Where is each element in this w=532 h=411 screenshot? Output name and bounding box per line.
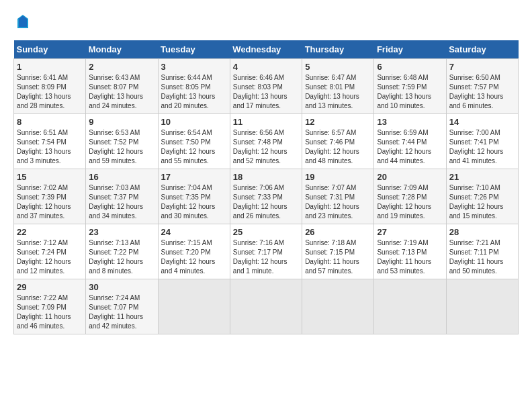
- calendar-day-cell: 14Sunrise: 7:00 AM Sunset: 7:41 PM Dayli…: [446, 113, 518, 169]
- calendar-day-cell: 30Sunrise: 7:24 AM Sunset: 7:07 PM Dayli…: [86, 279, 158, 334]
- col-monday: Monday: [86, 40, 158, 59]
- calendar-day-cell: 4Sunrise: 6:46 AM Sunset: 8:03 PM Daylig…: [230, 58, 302, 113]
- day-info: Sunrise: 6:43 AM Sunset: 8:07 PM Dayligh…: [89, 73, 154, 111]
- day-number: 28: [449, 227, 515, 237]
- day-number: 3: [161, 62, 227, 72]
- calendar-day-cell: 7Sunrise: 6:50 AM Sunset: 7:57 PM Daylig…: [446, 58, 518, 113]
- calendar-day-cell: 12Sunrise: 6:57 AM Sunset: 7:46 PM Dayli…: [302, 113, 374, 169]
- calendar-table: Sunday Monday Tuesday Wednesday Thursday…: [13, 40, 519, 334]
- day-info: Sunrise: 6:53 AM Sunset: 7:52 PM Dayligh…: [89, 128, 154, 166]
- calendar-day-cell: 18Sunrise: 7:06 AM Sunset: 7:33 PM Dayli…: [230, 169, 302, 224]
- day-number: 27: [377, 227, 443, 237]
- day-info: Sunrise: 7:04 AM Sunset: 7:35 PM Dayligh…: [161, 183, 227, 221]
- day-number: 6: [377, 62, 443, 72]
- day-info: Sunrise: 7:00 AM Sunset: 7:41 PM Dayligh…: [449, 128, 515, 166]
- day-number: 19: [305, 172, 371, 182]
- day-info: Sunrise: 6:56 AM Sunset: 7:48 PM Dayligh…: [233, 128, 299, 166]
- day-number: 7: [449, 62, 515, 72]
- day-number: 24: [161, 227, 227, 237]
- day-number: 30: [89, 282, 154, 292]
- day-number: 21: [449, 172, 515, 182]
- day-number: 13: [377, 117, 443, 127]
- calendar-day-cell: 19Sunrise: 7:07 AM Sunset: 7:31 PM Dayli…: [302, 169, 374, 224]
- day-info: Sunrise: 6:54 AM Sunset: 7:50 PM Dayligh…: [161, 128, 227, 166]
- day-info: Sunrise: 7:15 AM Sunset: 7:20 PM Dayligh…: [161, 238, 227, 276]
- calendar-day-cell: 28Sunrise: 7:21 AM Sunset: 7:11 PM Dayli…: [446, 224, 518, 279]
- calendar-day-cell: 15Sunrise: 7:02 AM Sunset: 7:39 PM Dayli…: [14, 169, 86, 224]
- day-info: Sunrise: 7:18 AM Sunset: 7:15 PM Dayligh…: [305, 238, 371, 276]
- day-info: Sunrise: 6:41 AM Sunset: 8:09 PM Dayligh…: [17, 73, 83, 111]
- day-number: 23: [89, 227, 154, 237]
- day-info: Sunrise: 6:59 AM Sunset: 7:44 PM Dayligh…: [377, 128, 443, 166]
- header-row: Sunday Monday Tuesday Wednesday Thursday…: [14, 40, 519, 59]
- day-number: 9: [89, 117, 154, 127]
- day-info: Sunrise: 7:07 AM Sunset: 7:31 PM Dayligh…: [305, 183, 371, 221]
- logo: [13, 13, 31, 34]
- day-info: Sunrise: 7:19 AM Sunset: 7:13 PM Dayligh…: [377, 238, 443, 276]
- day-info: Sunrise: 6:47 AM Sunset: 8:01 PM Dayligh…: [305, 73, 371, 111]
- day-number: 20: [377, 172, 443, 182]
- day-number: 26: [305, 227, 371, 237]
- calendar-body: 1Sunrise: 6:41 AM Sunset: 8:09 PM Daylig…: [14, 58, 519, 334]
- calendar-day-cell: 24Sunrise: 7:15 AM Sunset: 7:20 PM Dayli…: [158, 224, 230, 279]
- day-info: Sunrise: 7:06 AM Sunset: 7:33 PM Dayligh…: [233, 183, 299, 221]
- day-number: 14: [449, 117, 515, 127]
- day-info: Sunrise: 6:46 AM Sunset: 8:03 PM Dayligh…: [233, 73, 299, 111]
- col-friday: Friday: [374, 40, 446, 59]
- calendar-week-row: 1Sunrise: 6:41 AM Sunset: 8:09 PM Daylig…: [14, 58, 519, 113]
- calendar-day-cell: 17Sunrise: 7:04 AM Sunset: 7:35 PM Dayli…: [158, 169, 230, 224]
- day-number: 25: [233, 227, 299, 237]
- calendar-day-cell: 13Sunrise: 6:59 AM Sunset: 7:44 PM Dayli…: [374, 113, 446, 169]
- calendar-week-row: 29Sunrise: 7:22 AM Sunset: 7:09 PM Dayli…: [14, 279, 519, 334]
- day-number: 18: [233, 172, 299, 182]
- day-number: 8: [17, 117, 83, 127]
- logo-icon: [15, 13, 31, 30]
- calendar-week-row: 22Sunrise: 7:12 AM Sunset: 7:24 PM Dayli…: [14, 224, 519, 279]
- calendar-day-cell: [302, 279, 374, 334]
- calendar-week-row: 15Sunrise: 7:02 AM Sunset: 7:39 PM Dayli…: [14, 169, 519, 224]
- calendar-day-cell: 21Sunrise: 7:10 AM Sunset: 7:26 PM Dayli…: [446, 169, 518, 224]
- day-info: Sunrise: 7:16 AM Sunset: 7:17 PM Dayligh…: [233, 238, 299, 276]
- calendar-day-cell: [374, 279, 446, 334]
- day-info: Sunrise: 7:22 AM Sunset: 7:09 PM Dayligh…: [17, 293, 83, 331]
- calendar-day-cell: [230, 279, 302, 334]
- day-info: Sunrise: 7:12 AM Sunset: 7:24 PM Dayligh…: [17, 238, 83, 276]
- col-tuesday: Tuesday: [158, 40, 230, 59]
- calendar-day-cell: 10Sunrise: 6:54 AM Sunset: 7:50 PM Dayli…: [158, 113, 230, 169]
- calendar-day-cell: 9Sunrise: 6:53 AM Sunset: 7:52 PM Daylig…: [86, 113, 158, 169]
- day-number: 2: [89, 62, 154, 72]
- calendar-day-cell: [446, 279, 518, 334]
- day-number: 11: [233, 117, 299, 127]
- day-number: 12: [305, 117, 371, 127]
- day-number: 29: [17, 282, 83, 292]
- calendar-day-cell: 8Sunrise: 6:51 AM Sunset: 7:54 PM Daylig…: [14, 113, 86, 169]
- calendar-header: Sunday Monday Tuesday Wednesday Thursday…: [14, 40, 519, 59]
- day-info: Sunrise: 7:03 AM Sunset: 7:37 PM Dayligh…: [89, 183, 154, 221]
- day-info: Sunrise: 7:21 AM Sunset: 7:11 PM Dayligh…: [449, 238, 515, 276]
- calendar-day-cell: 5Sunrise: 6:47 AM Sunset: 8:01 PM Daylig…: [302, 58, 374, 113]
- day-info: Sunrise: 6:51 AM Sunset: 7:54 PM Dayligh…: [17, 128, 83, 166]
- day-info: Sunrise: 7:10 AM Sunset: 7:26 PM Dayligh…: [449, 183, 515, 221]
- day-number: 10: [161, 117, 227, 127]
- calendar-day-cell: 20Sunrise: 7:09 AM Sunset: 7:28 PM Dayli…: [374, 169, 446, 224]
- col-sunday: Sunday: [14, 40, 86, 59]
- day-number: 1: [17, 62, 83, 72]
- calendar-day-cell: 11Sunrise: 6:56 AM Sunset: 7:48 PM Dayli…: [230, 113, 302, 169]
- day-info: Sunrise: 6:44 AM Sunset: 8:05 PM Dayligh…: [161, 73, 227, 111]
- calendar-day-cell: 3Sunrise: 6:44 AM Sunset: 8:05 PM Daylig…: [158, 58, 230, 113]
- calendar-day-cell: 29Sunrise: 7:22 AM Sunset: 7:09 PM Dayli…: [14, 279, 86, 334]
- day-number: 16: [89, 172, 154, 182]
- calendar-day-cell: 16Sunrise: 7:03 AM Sunset: 7:37 PM Dayli…: [86, 169, 158, 224]
- calendar-week-row: 8Sunrise: 6:51 AM Sunset: 7:54 PM Daylig…: [14, 113, 519, 169]
- calendar-day-cell: 6Sunrise: 6:48 AM Sunset: 7:59 PM Daylig…: [374, 58, 446, 113]
- calendar-day-cell: [158, 279, 230, 334]
- calendar-day-cell: 2Sunrise: 6:43 AM Sunset: 8:07 PM Daylig…: [86, 58, 158, 113]
- calendar-day-cell: 22Sunrise: 7:12 AM Sunset: 7:24 PM Dayli…: [14, 224, 86, 279]
- page-header: [13, 13, 519, 34]
- calendar-day-cell: 26Sunrise: 7:18 AM Sunset: 7:15 PM Dayli…: [302, 224, 374, 279]
- day-number: 15: [17, 172, 83, 182]
- calendar-day-cell: 1Sunrise: 6:41 AM Sunset: 8:09 PM Daylig…: [14, 58, 86, 113]
- day-number: 5: [305, 62, 371, 72]
- day-number: 22: [17, 227, 83, 237]
- col-saturday: Saturday: [446, 40, 518, 59]
